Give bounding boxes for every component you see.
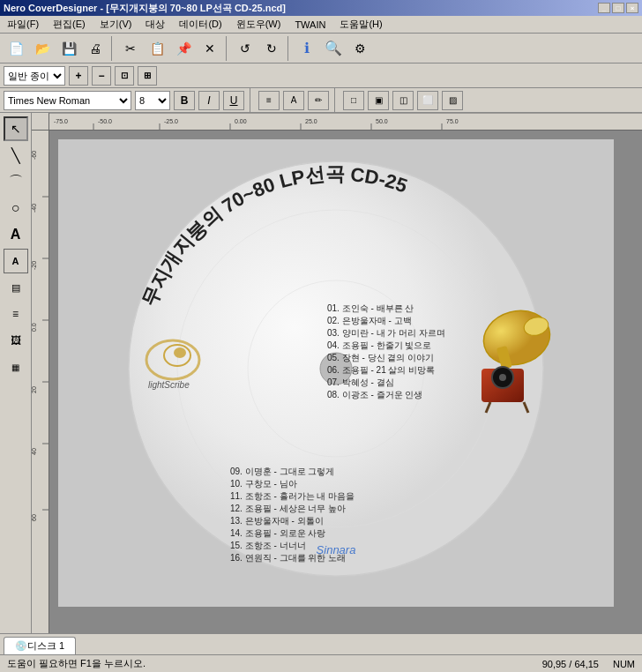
ruler-left: -60 -40 -20 0.0 20 40 60 xyxy=(32,131,49,633)
fill-tool[interactable]: ≡ xyxy=(4,302,28,326)
minimize-button[interactable]: _ xyxy=(598,3,610,13)
underline-button[interactable]: U xyxy=(223,91,244,110)
mode-indicator: NUM xyxy=(613,659,635,669)
svg-text:Sinnara: Sinnara xyxy=(317,543,356,556)
svg-text:-60: -60 xyxy=(32,151,37,160)
maximize-button[interactable]: □ xyxy=(612,3,624,13)
menu-edit[interactable]: 편집(E) xyxy=(49,17,89,32)
info-button[interactable]: ℹ xyxy=(295,36,319,61)
bold-button[interactable]: B xyxy=(174,91,195,110)
menu-file[interactable]: 파일(F) xyxy=(4,17,42,32)
disc-tab-icon: 💿 xyxy=(15,640,27,652)
menu-data[interactable]: 데이터(D) xyxy=(175,17,225,32)
help-text: 도움이 필요하면 F1을 누르시오. xyxy=(7,657,146,670)
obj-btn3[interactable]: ◫ xyxy=(392,91,414,110)
redo-button[interactable]: ↻ xyxy=(259,36,284,61)
close-button[interactable]: × xyxy=(626,3,638,13)
titlebar-title: Nero CoverDesigner - [무지개지붕의 70~80 LP선곡 … xyxy=(4,2,286,15)
search-button[interactable]: 🔍 xyxy=(321,36,346,61)
ellipse-tool[interactable]: ○ xyxy=(4,196,28,220)
svg-text:-75.0: -75.0 xyxy=(54,118,68,124)
font-size-select[interactable]: 8 xyxy=(135,91,170,110)
svg-text:60: 60 xyxy=(32,514,37,521)
select-tool[interactable]: ↖ xyxy=(4,116,28,141)
save-button[interactable]: 💾 xyxy=(56,36,81,61)
menubar: 파일(F) 편집(E) 보기(V) 대상 데이터(D) 윈도우(W) TWAIN… xyxy=(0,16,642,34)
svg-point-46 xyxy=(499,374,506,381)
extra-button[interactable]: ⚙ xyxy=(347,36,372,61)
status-left: 도움이 필요하면 F1을 누르시오. xyxy=(7,657,146,670)
text-color-button[interactable]: A xyxy=(283,91,304,110)
toolbar3: Times New Roman 8 B I U ≡ A ✏ □ ▣ ◫ ⬜ ▨ xyxy=(0,88,642,113)
svg-text:25.0: 25.0 xyxy=(305,118,317,124)
italic-button[interactable]: I xyxy=(198,91,220,110)
text-tool[interactable]: A xyxy=(4,222,28,247)
line-tool[interactable]: ╲ xyxy=(4,143,28,168)
titlebar-buttons: _ □ × xyxy=(598,3,638,13)
image-tool[interactable]: 🖼 xyxy=(4,328,28,353)
svg-text:20: 20 xyxy=(32,386,37,393)
ruler-top: -75.0 -50.0 -25.0 0.00 25.0 50.0 75.0 xyxy=(49,113,642,131)
print-button[interactable]: 🖨 xyxy=(83,36,108,61)
align-left-button[interactable]: ≡ xyxy=(258,91,280,110)
barcode-tool[interactable]: ▦ xyxy=(4,355,28,379)
svg-text:50.0: 50.0 xyxy=(376,118,388,124)
canvas-area: -75.0 -50.0 -25.0 0.00 25.0 50.0 75.0 -6… xyxy=(32,113,642,633)
svg-text:0.0: 0.0 xyxy=(32,323,37,332)
cut-button[interactable]: ✂ xyxy=(118,36,143,61)
font-family-select[interactable]: Times New Roman xyxy=(4,91,131,110)
toolbar1: 📄 📂 💾 🖨 ✂ 📋 📌 ✕ ↺ ↻ ℹ 🔍 ⚙ xyxy=(0,34,642,63)
disc-tab[interactable]: 💿 디스크 1 xyxy=(4,637,76,654)
statusbar: 도움이 필요하면 F1을 누르시오. 90,95 / 64,15 NUM xyxy=(0,654,642,672)
zoom-out-button[interactable]: − xyxy=(92,66,111,86)
separator1 xyxy=(111,36,115,61)
fit-width-button[interactable]: ⊞ xyxy=(138,66,157,86)
menu-window[interactable]: 윈도우(W) xyxy=(233,17,285,32)
separator2 xyxy=(226,36,229,61)
zoom-in-button[interactable]: + xyxy=(69,66,88,86)
svg-text:-25.0: -25.0 xyxy=(164,118,178,124)
undo-button[interactable]: ↺ xyxy=(233,36,258,61)
new-button[interactable]: 📄 xyxy=(4,36,28,61)
toolbar2: 일반 종이 + − ⊡ ⊞ xyxy=(0,63,642,88)
obj-btn2[interactable]: ▣ xyxy=(368,91,389,110)
svg-text:75.0: 75.0 xyxy=(446,118,459,124)
paste-button[interactable]: 📌 xyxy=(171,36,196,61)
titlebar: Nero CoverDesigner - [무지개지붕의 70~80 LP선곡 … xyxy=(0,0,642,16)
curve-tool[interactable]: ⌒ xyxy=(4,169,28,194)
status-right: 90,95 / 64,15 NUM xyxy=(542,659,635,669)
svg-text:-50.0: -50.0 xyxy=(98,118,112,124)
rect-tool[interactable]: ▤ xyxy=(4,275,28,300)
svg-text:-40: -40 xyxy=(32,204,37,213)
svg-text:-20: -20 xyxy=(32,261,37,270)
svg-text:0.00: 0.00 xyxy=(235,118,247,124)
obj-btn5[interactable]: ▨ xyxy=(442,91,463,110)
disc-tab-label: 디스크 1 xyxy=(27,639,64,653)
cd-disc-svg: 무지개지붕의 70~80 LP선곡 CD-25 01. 조인숙 - 배부른 산 … xyxy=(58,139,614,598)
bottom-tabs: 💿 디스크 1 xyxy=(0,633,642,654)
delete-button[interactable]: ✕ xyxy=(198,36,222,61)
toolbox: ↖ ╲ ⌒ ○ A A ▤ ≡ 🖼 ▦ xyxy=(0,113,32,633)
design-paper: 무지개지붕의 70~80 LP선곡 CD-25 01. 조인숙 - 배부른 산 … xyxy=(58,139,614,607)
obj-btn4[interactable]: ⬜ xyxy=(417,91,438,110)
menu-twain[interactable]: TWAIN xyxy=(291,19,329,31)
separator4 xyxy=(250,88,253,113)
fit-page-button[interactable]: ⊡ xyxy=(115,66,134,86)
menu-object[interactable]: 대상 xyxy=(142,17,168,32)
obj-btn1[interactable]: □ xyxy=(343,91,364,110)
copy-button[interactable]: 📋 xyxy=(145,36,169,61)
svg-text:lightScribe: lightScribe xyxy=(148,380,190,390)
highlight-button[interactable]: ✏ xyxy=(308,91,329,110)
separator3 xyxy=(287,36,291,61)
textbox-tool[interactable]: A xyxy=(4,249,28,273)
main-area: ↖ ╲ ⌒ ○ A A ▤ ≡ 🖼 ▦ -75.0 -50.0 -25.0 0.… xyxy=(0,113,642,633)
design-canvas: 무지개지붕의 70~80 LP선곡 CD-25 01. 조인숙 - 배부른 산 … xyxy=(49,131,642,633)
menu-help[interactable]: 도움말(H) xyxy=(336,17,385,32)
paper-type-select[interactable]: 일반 종이 xyxy=(4,66,65,86)
svg-point-39 xyxy=(174,347,186,358)
coordinates: 90,95 / 64,15 xyxy=(542,659,599,669)
ruler-corner xyxy=(32,113,49,131)
menu-view[interactable]: 보기(V) xyxy=(96,17,136,32)
svg-text:40: 40 xyxy=(32,448,37,455)
open-button[interactable]: 📂 xyxy=(30,36,55,61)
